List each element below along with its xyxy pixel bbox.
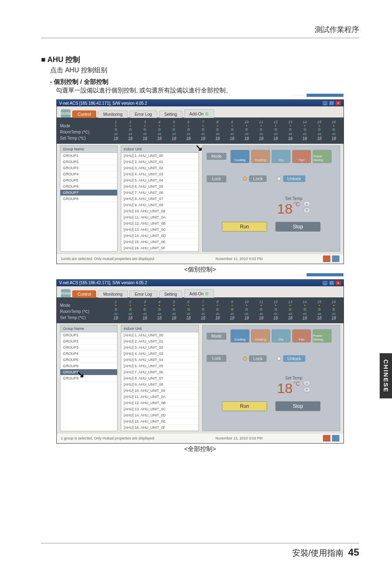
unit-item[interactable]: [AHU] 6. AHU_UNIT_05: [121, 184, 198, 190]
group-item[interactable]: GROUP5: [60, 177, 117, 184]
unit-slot: 13●✲4518: [284, 300, 297, 321]
unit-item[interactable]: [AHU] 4. AHU_UNIT_03: [121, 171, 198, 177]
tab-monitoring[interactable]: Monitoring: [98, 110, 128, 118]
unlock-option[interactable]: Unlock: [283, 175, 305, 182]
unit-item[interactable]: [AHU] 14. AHU_UNIT_0D: [121, 412, 198, 419]
unit-item[interactable]: [AHU] 3. AHU_UNIT_02: [121, 165, 198, 171]
mode-fan-button[interactable]: Fan: [292, 329, 311, 343]
unit-item[interactable]: [AHU] 15. AHU_UNIT_0E: [121, 239, 198, 245]
footer-icon-2[interactable]: [332, 255, 339, 262]
unlock-option[interactable]: Unlock: [283, 355, 305, 362]
tab-control[interactable]: Control: [72, 110, 96, 118]
unit-item[interactable]: [AHU] 16. AHU_UNIT_0F: [121, 425, 198, 431]
temp-down-button[interactable]: ▼: [303, 387, 311, 393]
tab-errorlog[interactable]: Error Log: [129, 110, 157, 118]
unit-item[interactable]: [AHU] 5. AHU_UNIT_04: [121, 177, 198, 184]
maximize-icon[interactable]: □: [329, 281, 334, 285]
unit-item[interactable]: [AHU] 7. AHU_UNIT_06: [121, 369, 198, 375]
unlock-radio[interactable]: [277, 177, 281, 181]
group-item[interactable]: GROUP4: [60, 351, 117, 357]
lock-label: Lock: [207, 175, 226, 182]
unit-item[interactable]: [AHU] 3. AHU_UNIT_02: [121, 345, 198, 351]
unit-item[interactable]: [AHU] 1. AHU_UNIT_00: [121, 153, 198, 159]
footer-icon-2[interactable]: [332, 435, 339, 442]
mode-dry-button[interactable]: Dry: [272, 150, 291, 163]
group-item[interactable]: GROUP5: [60, 357, 117, 363]
unit-item[interactable]: [AHU] 8. AHU_UNIT_07: [121, 375, 198, 382]
unit-item[interactable]: [AHU] 6. AHU_UNIT_05: [121, 363, 198, 369]
group-item[interactable]: GROUP6: [60, 184, 117, 190]
temp-down-button[interactable]: ▼: [303, 207, 311, 213]
temp-up-button[interactable]: ▲: [303, 201, 311, 207]
close-icon[interactable]: ×: [335, 281, 341, 285]
unit-item[interactable]: [AHU] 12. AHU_UNIT_0B: [121, 400, 198, 406]
mode-dry-button[interactable]: Dry: [272, 329, 291, 343]
group-item[interactable]: GROUP4: [60, 171, 117, 177]
stop-button[interactable]: Stop: [275, 401, 321, 411]
unlock-radio[interactable]: [277, 356, 281, 361]
unit-item[interactable]: [AHU] 9. AHU_UNIT_08: [121, 202, 198, 208]
unit-item[interactable]: [AHU] 10. AHU_UNIT_09: [121, 208, 198, 214]
unit-item[interactable]: [AHU] 14. AHU_UNIT_0D: [121, 233, 198, 239]
maximize-icon[interactable]: □: [329, 101, 334, 106]
unit-item[interactable]: [AHU] 7. AHU_UNIT_06: [121, 190, 198, 196]
mode-heating-button[interactable]: Heating: [251, 150, 270, 163]
unit-slot: 15●✲4518: [313, 300, 325, 321]
tab-errorlog[interactable]: Error Log: [129, 290, 157, 298]
mode-fan-button[interactable]: Fan: [292, 150, 311, 163]
unit-item[interactable]: [AHU] 5. AHU_UNIT_04: [121, 357, 198, 363]
run-button[interactable]: Run: [222, 222, 267, 232]
unit-item[interactable]: [AHU] 16. AHU_UNIT_0F: [121, 245, 198, 251]
unit-item[interactable]: [AHU] 8. AHU_UNIT_07: [121, 196, 198, 202]
lock-option[interactable]: Lock: [249, 355, 267, 362]
close-icon[interactable]: ×: [335, 101, 341, 106]
tab-setting[interactable]: Setting: [159, 110, 182, 118]
unit-item[interactable]: [AHU] 9. AHU_UNIT_08: [121, 382, 198, 388]
unit-item[interactable]: [AHU] 12. AHU_UNIT_0B: [121, 221, 198, 227]
mode-cooling-button[interactable]: Cooling: [231, 150, 249, 163]
tab-monitoring[interactable]: Monitoring: [98, 290, 128, 298]
minimize-icon[interactable]: _: [322, 101, 328, 106]
unit-item[interactable]: [AHU] 11. AHU_UNIT_0A: [121, 214, 198, 221]
unit-item[interactable]: [AHU] 2. AHU_UNIT_01: [121, 338, 198, 345]
tab-home[interactable]: Home: [61, 289, 71, 297]
tab-setting[interactable]: Setting: [159, 290, 182, 298]
unit-item[interactable]: [AHU] 1. AHU_UNIT_00: [121, 332, 198, 338]
mode-powersaving-button[interactable]: Power Saving: [313, 150, 332, 163]
run-button[interactable]: Run: [222, 401, 267, 411]
group-item[interactable]: GROUP2: [60, 338, 117, 345]
mode-powersaving-button[interactable]: Power Saving: [313, 329, 332, 343]
unit-slot: 5●✲4518: [168, 120, 180, 141]
minimize-icon[interactable]: _: [322, 281, 328, 285]
group-item[interactable]: GROUP7: [60, 190, 117, 196]
mode-cooling-button[interactable]: Cooling: [231, 329, 249, 343]
footer-icon-1[interactable]: [323, 255, 330, 262]
unit-item[interactable]: [AHU] 13. AHU_UNIT_0C: [121, 227, 198, 233]
group-item[interactable]: GROUP6: [60, 363, 117, 369]
unit-item[interactable]: [AHU] 15. AHU_UNIT_0E: [121, 419, 198, 425]
tab-addon[interactable]: Add-On⊕: [184, 289, 214, 298]
unit-item[interactable]: [AHU] 4. AHU_UNIT_03: [121, 351, 198, 357]
stop-button[interactable]: Stop: [275, 222, 321, 232]
unit-item[interactable]: [AHU] 11. AHU_UNIT_0A: [121, 394, 198, 400]
lock-option[interactable]: Lock: [249, 175, 267, 182]
group-item[interactable]: GROUP1: [60, 153, 117, 159]
unit-item[interactable]: [AHU] 2. AHU_UNIT_01: [121, 159, 198, 165]
tab-control[interactable]: Control: [72, 290, 96, 298]
status-strip: Mode RoomTemp (℃) Set Temp (℃) 1●✲45182●…: [57, 297, 344, 324]
tab-addon[interactable]: Add-On⊕: [184, 109, 214, 118]
footer-icon-1[interactable]: [323, 435, 330, 442]
lock-radio[interactable]: [243, 356, 247, 361]
unit-slot: 16●✲4518: [327, 120, 340, 141]
mode-heating-button[interactable]: Heating: [251, 329, 270, 343]
lock-radio[interactable]: [243, 177, 247, 181]
temp-up-button[interactable]: ▲: [303, 380, 311, 386]
group-item[interactable]: GROUP1: [60, 332, 117, 338]
unit-item[interactable]: [AHU] 13. AHU_UNIT_0C: [121, 406, 198, 412]
group-item[interactable]: GROUP2: [60, 159, 117, 165]
group-item[interactable]: GROUP3: [60, 165, 117, 171]
tab-home[interactable]: Home: [61, 109, 71, 117]
unit-item[interactable]: [AHU] 10. AHU_UNIT_09: [121, 388, 198, 394]
group-item[interactable]: GROUP8: [60, 196, 117, 202]
group-item[interactable]: GROUP3: [60, 345, 117, 351]
